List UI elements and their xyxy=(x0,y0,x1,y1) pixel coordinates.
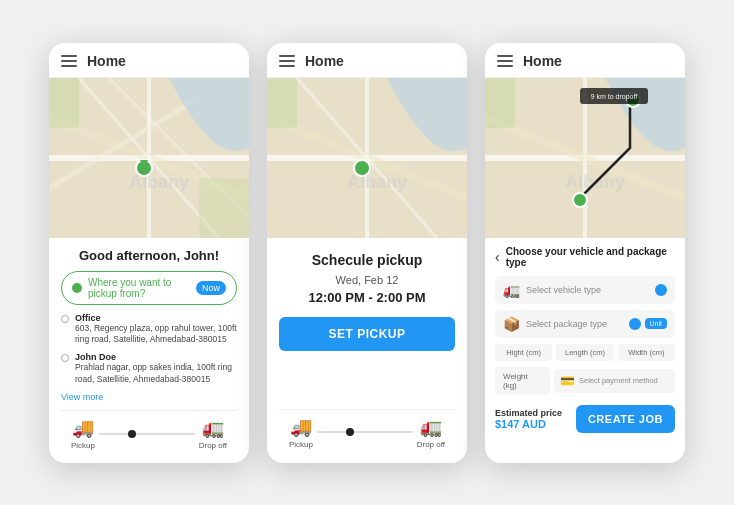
estimated-block: Estimated price $147 AUD xyxy=(495,408,562,430)
location-address: 603, Regency plaza, opp rahul tower, 100… xyxy=(75,323,237,347)
screen1-title: Home xyxy=(87,53,126,69)
screen2-header: Home xyxy=(267,43,467,78)
step-line-2 xyxy=(317,431,413,433)
package-select-dot xyxy=(629,318,641,330)
unit-badge: Unit xyxy=(645,318,667,329)
pickup-dot xyxy=(72,283,82,293)
height-input[interactable]: Hight (cm) xyxy=(495,344,552,361)
screens-container: Home Albany xyxy=(39,33,695,473)
vehicle-icon: 🚛 xyxy=(503,282,520,298)
location-dot xyxy=(61,315,69,323)
pickup-step: 🚚 Pickup xyxy=(71,417,95,450)
view-more-link[interactable]: View more xyxy=(61,392,237,402)
screen2-map: Albany xyxy=(267,78,467,238)
package-placeholder: Select package type xyxy=(526,319,629,329)
schedule-date: Wed, Feb 12 xyxy=(279,274,455,286)
screen1-bottom-bar: 🚚 Pickup 🚛 Drop off xyxy=(61,410,237,456)
screen1-content: Good afternoon, John! Where you want to … xyxy=(49,238,249,463)
package-icon: 📦 xyxy=(503,316,520,332)
location-address: Prahlad nagar, opp sakes india, 100ft ri… xyxy=(75,362,237,386)
vehicle-select-dot xyxy=(655,284,667,296)
dropoff-label: Drop off xyxy=(199,441,227,450)
svg-rect-7 xyxy=(49,78,79,128)
step-dot xyxy=(128,430,136,438)
payment-label: Select payment method xyxy=(579,376,658,385)
truck-icon-dropoff-2: 🚛 xyxy=(420,416,442,438)
screen-1: Home Albany xyxy=(49,43,249,463)
screen3-content: ‹ Choose your vehicle and package type 🚛… xyxy=(485,238,685,463)
package-select[interactable]: 📦 Select package type Unit xyxy=(495,310,675,338)
set-pickup-button[interactable]: SET PICKUP xyxy=(279,317,455,351)
hamburger-icon-1[interactable] xyxy=(61,55,77,67)
list-item[interactable]: Office 603, Regency plaza, opp rahul tow… xyxy=(61,313,237,347)
hamburger-icon-2[interactable] xyxy=(279,55,295,67)
svg-point-19 xyxy=(354,160,370,176)
screen-3: Home Albany 9 km to dropoff xyxy=(485,43,685,463)
now-badge: Now xyxy=(196,281,226,295)
choose-title: Choose your vehicle and package type xyxy=(506,246,675,268)
pickup-label: Pickup xyxy=(71,441,95,450)
payment-icon: 💳 xyxy=(560,374,575,388)
screen1-map: Albany xyxy=(49,78,249,238)
screen3-header: Home xyxy=(485,43,685,78)
location-title: Office xyxy=(75,313,237,323)
list-item[interactable]: John Doe Prahlad nagar, opp sakes india,… xyxy=(61,352,237,386)
location-title: John Doe xyxy=(75,352,237,362)
payment-select[interactable]: 💳 Select payment method xyxy=(554,369,675,393)
pickup-label-2: Pickup xyxy=(289,440,313,449)
dropoff-step-2: 🚛 Drop off xyxy=(417,416,445,449)
svg-point-27 xyxy=(573,193,587,207)
vehicle-placeholder: Select vehicle type xyxy=(526,285,655,295)
svg-rect-24 xyxy=(485,78,515,128)
screen2-title: Home xyxy=(305,53,344,69)
location-list: Office 603, Regency plaza, opp rahul tow… xyxy=(61,313,237,393)
screen-2: Home Albany Schecule pickup Wed, Feb 12 … xyxy=(267,43,467,463)
truck-icon-pickup: 🚚 xyxy=(72,417,94,439)
pickup-step-2: 🚚 Pickup xyxy=(289,416,313,449)
truck-icon-dropoff: 🚛 xyxy=(202,417,224,439)
screen3-map: Albany 9 km to dropoff xyxy=(485,78,685,238)
back-arrow-icon[interactable]: ‹ xyxy=(495,249,500,265)
estimated-price: $147 AUD xyxy=(495,418,562,430)
svg-rect-17 xyxy=(267,78,297,128)
back-row: ‹ Choose your vehicle and package type xyxy=(495,246,675,268)
estimated-label: Estimated price xyxy=(495,408,562,418)
pickup-placeholder: Where you want to pickup from? xyxy=(88,277,196,299)
estimated-row: Estimated price $147 AUD creatE Job xyxy=(495,405,675,433)
screen1-header: Home xyxy=(49,43,249,78)
dropoff-label-2: Drop off xyxy=(417,440,445,449)
svg-text:9 km to dropoff: 9 km to dropoff xyxy=(591,93,638,101)
schedule-time: 12:00 PM - 2:00 PM xyxy=(279,290,455,305)
weight-payment-row: Weight (kg) 💳 Select payment method xyxy=(495,367,675,395)
schedule-title: Schecule pickup xyxy=(279,252,455,268)
pickup-bar[interactable]: Where you want to pickup from? Now xyxy=(61,271,237,305)
hamburger-icon-3[interactable] xyxy=(497,55,513,67)
dropoff-step: 🚛 Drop off xyxy=(199,417,227,450)
dimensions-row: Hight (cm) Length (cm) Width (cm) xyxy=(495,344,675,361)
svg-text:Albany: Albany xyxy=(347,172,407,192)
create-job-button[interactable]: creatE Job xyxy=(576,405,675,433)
location-dot xyxy=(61,354,69,362)
vehicle-select[interactable]: 🚛 Select vehicle type xyxy=(495,276,675,304)
screen3-title: Home xyxy=(523,53,562,69)
greeting-text: Good afternoon, John! xyxy=(61,248,237,263)
length-input[interactable]: Length (cm) xyxy=(556,344,613,361)
screen2-bottom-bar: 🚚 Pickup 🚛 Drop off xyxy=(279,409,455,455)
screen2-content: Schecule pickup Wed, Feb 12 12:00 PM - 2… xyxy=(267,238,467,463)
step-line xyxy=(99,433,195,435)
svg-rect-8 xyxy=(199,178,249,238)
width-input[interactable]: Width (cm) xyxy=(618,344,675,361)
step-dot-2 xyxy=(346,428,354,436)
svg-text:Albany: Albany xyxy=(129,172,189,192)
weight-input[interactable]: Weight (kg) xyxy=(495,367,550,395)
truck-icon-pickup-2: 🚚 xyxy=(290,416,312,438)
